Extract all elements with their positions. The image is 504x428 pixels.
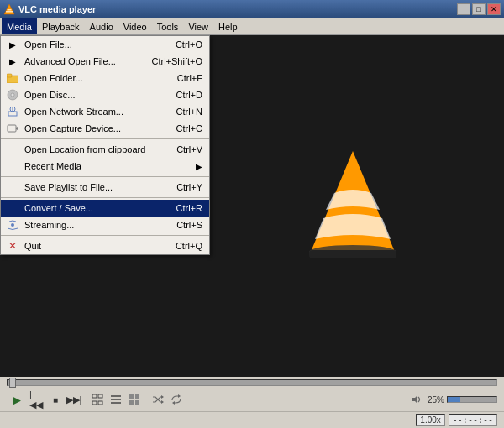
svg-marker-28 (161, 395, 164, 399)
svg-rect-4 (7, 74, 12, 77)
next-button[interactable]: ▶▶| (66, 391, 82, 408)
menu-item-open-capture[interactable]: Open Capture Device... Ctrl+C (1, 120, 209, 137)
bottom-status-row: 1.00x --:--:-- (0, 411, 504, 428)
menu-item-open-location[interactable]: Open Location from clipboard Ctrl+V (1, 141, 209, 158)
advanced-open-icon: ▶ (6, 55, 19, 68)
menu-media[interactable]: Media (2, 18, 37, 34)
svg-rect-17 (92, 394, 97, 398)
streaming-icon (6, 218, 19, 232)
speed-display[interactable]: 1.00x (416, 414, 444, 426)
svg-rect-19 (92, 401, 97, 405)
menu-item-recent-media[interactable]: Recent Media ▶ (1, 158, 209, 175)
svg-rect-10 (8, 125, 16, 132)
save-playlist-icon (6, 180, 19, 194)
svg-marker-30 (178, 394, 181, 398)
title-bar: VLC media player _ □ ✕ (0, 0, 504, 18)
svg-point-6 (11, 93, 14, 97)
prev-button[interactable]: |◀◀ (29, 391, 45, 408)
menu-item-open-disc[interactable]: Open Disc... Ctrl+D (1, 86, 209, 103)
random-button[interactable] (150, 391, 166, 408)
convert-save-icon (6, 201, 19, 215)
time-display: --:--:-- (449, 414, 497, 426)
minimize-button[interactable]: _ (457, 3, 470, 15)
media-dropdown: ▶ Open File... Ctrl+O ▶ Advanced Open Fi… (0, 35, 210, 255)
open-disc-icon (6, 88, 19, 102)
stop-button[interactable]: ■ (47, 391, 64, 408)
separator-1 (1, 138, 209, 139)
vlc-logo (302, 143, 403, 270)
svg-marker-32 (412, 395, 417, 404)
svg-rect-25 (135, 394, 139, 399)
svg-rect-1 (6, 11, 13, 13)
menu-help[interactable]: Help (213, 18, 243, 34)
recent-media-icon (6, 159, 19, 173)
menu-video[interactable]: Video (118, 18, 152, 34)
close-button[interactable]: ✕ (487, 3, 501, 15)
menu-item-advanced-open[interactable]: ▶ Advanced Open File... Ctrl+Shift+O (1, 53, 209, 70)
quit-icon: ✕ (6, 239, 19, 253)
controls-area: ▶ |◀◀ ■ ▶▶| 25% (0, 377, 504, 428)
volume-fill (448, 397, 460, 402)
svg-rect-18 (98, 394, 102, 398)
menu-item-open-folder[interactable]: Open Folder... Ctrl+F (1, 70, 209, 86)
svg-rect-2 (8, 9, 12, 11)
window-title: VLC media player (18, 4, 457, 14)
open-file-icon: ▶ (6, 38, 19, 51)
menu-audio[interactable]: Audio (85, 18, 118, 34)
menu-item-convert-save[interactable]: Convert / Save... Ctrl+R (1, 200, 209, 217)
playlist-button[interactable] (108, 391, 124, 408)
menu-tools[interactable]: Tools (152, 18, 184, 34)
menu-playback[interactable]: Playback (37, 18, 85, 34)
fullscreen-button[interactable] (89, 391, 106, 408)
separator-4 (1, 235, 209, 236)
volume-icon[interactable] (408, 391, 425, 408)
svg-rect-7 (8, 112, 17, 116)
svg-rect-20 (98, 401, 102, 405)
volume-slider[interactable] (447, 396, 497, 403)
seek-bar[interactable] (7, 379, 497, 386)
open-capture-icon (6, 122, 19, 135)
play-button[interactable]: ▶ (7, 390, 27, 409)
svg-rect-26 (129, 400, 134, 405)
video-area: ▶ Open File... Ctrl+O ▶ Advanced Open Fi… (0, 35, 504, 377)
menu-view[interactable]: View (183, 18, 213, 34)
open-folder-icon (6, 71, 19, 85)
vlc-title-icon (3, 3, 15, 15)
menu-bar: Media Playback Audio Video Tools View He… (0, 18, 504, 35)
menu-item-open-file[interactable]: ▶ Open File... Ctrl+O (1, 36, 209, 53)
maximize-button[interactable]: □ (472, 3, 486, 15)
volume-area: 25% (408, 391, 497, 408)
menu-item-streaming[interactable]: Streaming... Ctrl+S (1, 217, 209, 233)
open-location-icon (6, 143, 19, 156)
svg-rect-16 (309, 250, 396, 258)
svg-point-12 (11, 223, 14, 227)
menu-item-save-playlist[interactable]: Save Playlist to File... Ctrl+Y (1, 179, 209, 196)
window-controls: _ □ ✕ (457, 3, 501, 15)
separator-3 (1, 197, 209, 198)
svg-marker-31 (172, 401, 175, 405)
recent-media-arrow: ▶ (196, 162, 202, 171)
separator-2 (1, 176, 209, 177)
svg-marker-29 (161, 400, 164, 404)
seek-bar-container (0, 377, 504, 388)
menu-item-quit[interactable]: ✕ Quit Ctrl+Q (1, 237, 209, 254)
seek-thumb[interactable] (9, 378, 16, 388)
loop-button[interactable] (168, 391, 185, 408)
menu-item-open-network[interactable]: Open Network Stream... Ctrl+N (1, 103, 209, 120)
transport-controls: ▶ |◀◀ ■ ▶▶| 25% (0, 388, 504, 411)
volume-percent: 25% (428, 395, 444, 405)
svg-rect-27 (135, 400, 139, 405)
svg-rect-24 (129, 394, 134, 399)
extended-button[interactable] (126, 391, 143, 408)
open-network-icon (6, 105, 19, 118)
